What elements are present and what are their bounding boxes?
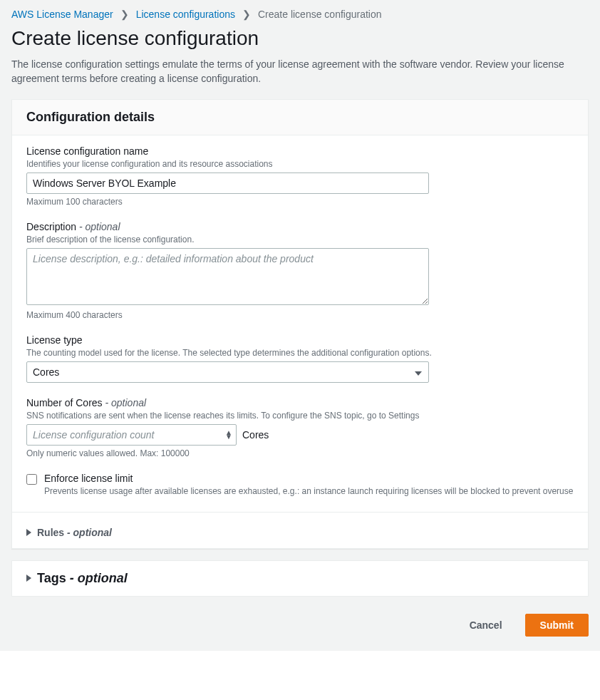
count-unit: Cores bbox=[242, 429, 269, 441]
description-group: Description - optional Brief description… bbox=[26, 221, 574, 320]
license-type-group: License type The counting model used for… bbox=[26, 334, 574, 383]
caret-right-icon bbox=[26, 575, 31, 582]
count-input[interactable] bbox=[26, 424, 237, 446]
description-hint: Brief description of the license configu… bbox=[26, 234, 574, 245]
submit-button[interactable]: Submit bbox=[525, 614, 589, 637]
config-name-input[interactable] bbox=[26, 173, 429, 194]
description-constraint: Maximum 400 characters bbox=[26, 310, 574, 320]
license-type-select[interactable]: Cores bbox=[26, 361, 429, 383]
enforce-hint: Prevents license usage after available l… bbox=[44, 485, 573, 497]
panel-title: Configuration details bbox=[26, 110, 574, 125]
page-title: Create license configuration bbox=[0, 27, 600, 57]
page-description: The license configuration settings emula… bbox=[0, 57, 600, 99]
rules-expander[interactable]: Rules - optional bbox=[12, 517, 588, 548]
breadcrumb: AWS License Manager ❯ License configurat… bbox=[0, 0, 600, 27]
enforce-checkbox[interactable] bbox=[26, 474, 37, 485]
license-type-label: License type bbox=[26, 334, 574, 346]
config-name-hint: Identifies your license configuration an… bbox=[26, 158, 574, 170]
caret-right-icon bbox=[26, 529, 31, 536]
footer-actions: Cancel Submit bbox=[0, 608, 600, 637]
enforce-label: Enforce license limit bbox=[44, 473, 573, 484]
cancel-button[interactable]: Cancel bbox=[457, 614, 515, 637]
count-label: Number of Cores - optional bbox=[26, 397, 574, 408]
chevron-right-icon: ❯ bbox=[242, 9, 251, 20]
count-constraint: Only numeric values allowed. Max: 100000 bbox=[26, 448, 574, 458]
breadcrumb-root-link[interactable]: AWS License Manager bbox=[11, 9, 113, 20]
config-name-group: License configuration name Identifies yo… bbox=[26, 145, 574, 207]
divider bbox=[12, 512, 588, 513]
config-name-constraint: Maximum 100 characters bbox=[26, 197, 574, 207]
tags-panel: Tags - optional bbox=[11, 560, 589, 597]
panel-header: Configuration details bbox=[12, 100, 588, 135]
tags-expander[interactable]: Tags - optional bbox=[12, 561, 588, 596]
breadcrumb-parent-link[interactable]: License configurations bbox=[136, 9, 235, 20]
count-hint: SNS notifications are sent when the lice… bbox=[26, 410, 574, 421]
license-type-hint: The counting model used for the license.… bbox=[26, 347, 574, 359]
breadcrumb-current: Create license configuration bbox=[258, 9, 382, 20]
chevron-right-icon: ❯ bbox=[120, 9, 129, 20]
enforce-group: Enforce license limit Prevents license u… bbox=[26, 473, 574, 497]
description-textarea[interactable] bbox=[26, 248, 429, 305]
count-group: Number of Cores - optional SNS notificat… bbox=[26, 397, 574, 458]
description-label: Description - optional bbox=[26, 221, 574, 232]
config-name-label: License configuration name bbox=[26, 145, 574, 157]
configuration-details-panel: Configuration details License configurat… bbox=[11, 99, 589, 549]
